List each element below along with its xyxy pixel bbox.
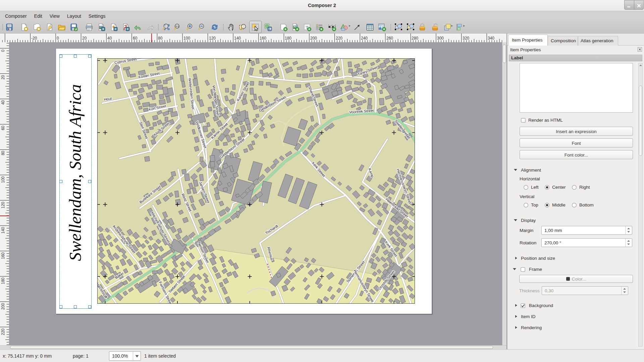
svg-text:-20: -20	[31, 36, 37, 41]
svg-text:240: 240	[361, 36, 368, 41]
svg-text:180: 180	[1, 278, 5, 284]
svg-text:100: 100	[1, 176, 5, 183]
svg-text:20: 20	[1, 75, 5, 80]
svg-text:40: 40	[1, 100, 5, 105]
svg-text:0: 0	[1, 50, 5, 52]
svg-text:120: 120	[1, 202, 5, 208]
svg-text:1:1: 1:1	[175, 25, 179, 27]
svg-text:280: 280	[412, 36, 418, 41]
svg-text:220: 220	[1, 328, 5, 335]
svg-text:180: 180	[285, 36, 291, 41]
svg-text:340: 340	[488, 36, 494, 41]
svg-text:60: 60	[1, 126, 5, 130]
svg-text:100: 100	[183, 36, 190, 41]
svg-text:300: 300	[437, 36, 444, 41]
svg-text:220: 220	[336, 36, 342, 41]
svg-text:40: 40	[107, 36, 112, 41]
svg-text:20: 20	[82, 36, 87, 41]
svg-text:160: 160	[1, 252, 5, 259]
svg-text:80: 80	[158, 36, 163, 41]
svg-text:160: 160	[260, 36, 266, 41]
svg-text:260: 260	[386, 36, 393, 41]
svg-text:120: 120	[209, 36, 216, 41]
svg-text:200: 200	[310, 36, 317, 41]
svg-text:140: 140	[1, 227, 5, 234]
svg-text:80: 80	[1, 151, 5, 156]
svg-text:0: 0	[57, 36, 59, 41]
svg-text:320: 320	[463, 36, 469, 41]
svg-text:200: 200	[1, 303, 5, 310]
svg-text:60: 60	[133, 36, 138, 41]
svg-text:140: 140	[234, 36, 241, 41]
